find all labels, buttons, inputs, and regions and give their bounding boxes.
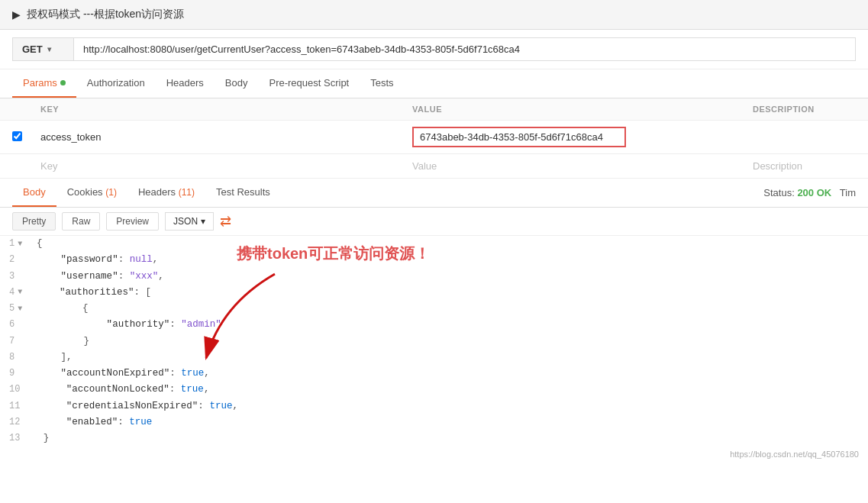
table-row: access_token 6743abeb-34db-4353-805f-5d6… [0, 121, 868, 154]
status-area: Status: 200 OK Tim [763, 187, 856, 198]
empty-value-cell: Value [400, 154, 741, 179]
line-content: "authorities": [ [31, 285, 157, 301]
code-line: 2 "password": null, [0, 252, 868, 268]
code-token: "authority" [38, 319, 170, 330]
code-wrapper: 1 ▼{2 "password": null,3 "username": "xx… [0, 236, 868, 447]
code-token: { [37, 238, 43, 249]
url-input[interactable] [73, 37, 856, 61]
top-banner: ▶ 授权码模式 ---根据token访问资源 [0, 0, 868, 30]
code-token: } [38, 336, 90, 347]
response-tab-cookies[interactable]: Cookies (1) [56, 179, 127, 207]
response-tab-headers[interactable]: Headers (11) [127, 179, 205, 207]
tab-headers[interactable]: Headers [156, 69, 215, 98]
response-tab-test-results[interactable]: Test Results [205, 179, 281, 207]
status-time-label: Tim [834, 187, 856, 198]
code-token: "enabled" [44, 417, 118, 427]
pretty-button[interactable]: Pretty [12, 212, 56, 231]
response-cookies-label: Cookies (1) [67, 186, 117, 198]
col-value: VALUE [400, 98, 741, 121]
code-token: : [ [134, 287, 152, 298]
request-tabs: Params Authorization Headers Body Pre-re… [0, 69, 868, 98]
tab-authorization[interactable]: Authorization [76, 69, 156, 98]
code-token: "admin" [181, 319, 221, 330]
desc-placeholder: Description [753, 160, 802, 172]
headers-badge: (11) [179, 187, 195, 198]
code-token: "xxx" [130, 271, 159, 282]
line-content: "enabled": true [37, 414, 159, 430]
code-token: : [118, 417, 129, 427]
code-token: : [118, 271, 130, 282]
format-select[interactable]: JSON ▾ [165, 212, 214, 231]
preview-button[interactable]: Preview [106, 212, 159, 231]
line-content: ], [32, 350, 79, 366]
code-line: 5 ▼ { [0, 301, 868, 317]
tab-tests-label: Tests [370, 77, 393, 89]
watermark-text: https://blog.csdn.net/qq_45076180 [730, 450, 859, 459]
code-line: 9 "accountNonExpired": true, [0, 366, 868, 382]
tab-prerequest[interactable]: Pre-request Script [258, 69, 360, 98]
code-token: true [129, 417, 152, 427]
code-line: 13 } [0, 430, 868, 447]
code-token: { [37, 303, 89, 314]
code-token: true [181, 384, 204, 395]
code-line: 3 "username": "xxx", [0, 269, 868, 285]
code-token: true [181, 368, 204, 379]
line-number: 9 [0, 366, 32, 381]
value-placeholder: Value [412, 160, 437, 172]
code-token: , [158, 271, 164, 282]
line-number: 13 [0, 430, 37, 446]
line-content: "credentialsNonExpired": true, [37, 398, 244, 414]
line-number: 12 [0, 414, 37, 430]
code-token: , [153, 254, 159, 265]
line-number: 3 [0, 269, 32, 284]
params-dot [60, 80, 66, 85]
line-number: 10 [0, 382, 37, 397]
line-content: "authority": "admin" [32, 317, 227, 333]
code-toolbar: Pretty Raw Preview JSON ▾ ⇄ [0, 208, 868, 236]
line-content: } [32, 334, 96, 350]
tab-body-label: Body [225, 77, 248, 89]
col-description: DESCRIPTION [741, 98, 868, 121]
banner-arrow-icon: ▶ [12, 8, 21, 21]
tab-body[interactable]: Body [215, 69, 259, 98]
wrap-icon[interactable]: ⇄ [220, 213, 231, 230]
watermark: https://blog.csdn.net/qq_45076180 [0, 447, 868, 462]
code-token: "credentialsNonExpired" [44, 401, 198, 411]
response-tab-body[interactable]: Body [12, 179, 56, 207]
line-number: 2 [0, 252, 32, 267]
fold-button[interactable]: ▼ [18, 237, 22, 250]
line-content: } [37, 430, 56, 447]
code-token: "authorities" [37, 287, 134, 298]
line-number: 5 ▼ [0, 301, 31, 316]
code-line: 10 "accountNonLocked": true, [0, 382, 868, 398]
method-select[interactable]: GET ▾ [12, 37, 73, 61]
key-cell: access_token [28, 121, 400, 154]
response-tabs-left: Body Cookies (1) Headers (11) Test Resul… [12, 179, 281, 207]
empty-key-cell: Key [28, 154, 400, 179]
fold-button[interactable]: ▼ [18, 302, 22, 315]
cookies-badge: (1) [105, 187, 117, 198]
tab-params-label: Params [23, 77, 57, 89]
fold-button[interactable]: ▼ [18, 285, 22, 298]
value-bordered[interactable]: 6743abeb-34db-4353-805f-5d6f71c68ca4 [412, 127, 626, 147]
code-line: 8 ], [0, 350, 868, 366]
code-area: 1 ▼{2 "password": null,3 "username": "xx… [0, 236, 868, 447]
row-checkbox[interactable] [12, 131, 22, 141]
code-token: : [198, 401, 209, 411]
code-token: : [169, 368, 181, 379]
raw-button[interactable]: Raw [62, 212, 100, 231]
status-value: 200 OK [797, 187, 831, 198]
tab-headers-label: Headers [166, 77, 204, 89]
tab-tests[interactable]: Tests [360, 69, 404, 98]
empty-desc-cell: Description [741, 154, 868, 179]
response-body-label: Body [23, 186, 46, 198]
url-bar: GET ▾ [0, 30, 868, 69]
code-token: "password" [38, 254, 118, 265]
code-line: 4 ▼ "authorities": [ [0, 285, 868, 301]
code-token: } [44, 433, 50, 443]
status-label: Status: [763, 187, 794, 198]
tab-params[interactable]: Params [12, 69, 76, 98]
value-cell: 6743abeb-34db-4353-805f-5d6f71c68ca4 [400, 121, 741, 154]
code-token: : [118, 254, 130, 265]
line-content: { [31, 236, 49, 252]
